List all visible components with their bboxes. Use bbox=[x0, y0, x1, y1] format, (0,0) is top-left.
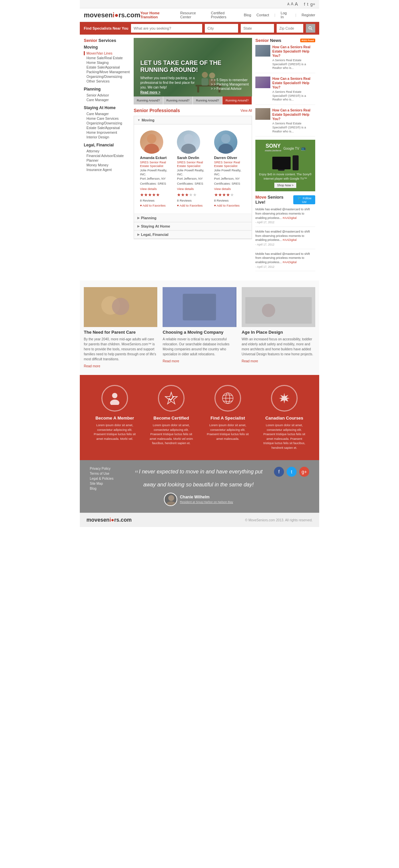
nav-certified-providers[interactable]: Certified Providers bbox=[211, 11, 238, 19]
article-3-read-more[interactable]: Read more bbox=[242, 359, 258, 363]
cta-canada-body: Lorem ipsum dolor sit amet, consectetur … bbox=[261, 423, 307, 450]
twitter-follow-btn[interactable]: 🐦 Follow Us! bbox=[293, 195, 315, 204]
news-title-1[interactable]: How Can a Seniors Real Estate Specialist… bbox=[272, 45, 315, 58]
article-1-read-more[interactable]: Read more bbox=[84, 364, 100, 368]
footer-person-place[interactable]: Resident at Snug Harbor on Nelson Bay bbox=[180, 500, 233, 504]
category-legal[interactable]: Legal, Financial bbox=[134, 230, 252, 239]
cta-specialist-icon[interactable] bbox=[214, 385, 241, 411]
nav-blog[interactable]: Blog bbox=[244, 13, 251, 17]
sidebar-item-care-manager-home[interactable]: Care Manager bbox=[84, 112, 130, 116]
footer-link-terms[interactable]: Terms of Use bbox=[90, 472, 123, 475]
nav-resource-center[interactable]: Resource Center bbox=[180, 11, 205, 19]
category-planning[interactable]: Planning bbox=[134, 214, 252, 222]
sidebar-item-home-staging[interactable]: Home Staging bbox=[84, 61, 130, 65]
sidebar-item-home-improvement[interactable]: Home Improvement bbox=[84, 130, 130, 134]
professionals-title: Senior Professionals bbox=[134, 108, 180, 113]
news-title-rest: News bbox=[269, 38, 281, 43]
googleplus-link-top[interactable]: g+ bbox=[310, 2, 315, 7]
sidebar-item-estate-sale[interactable]: Estate Sale/Appraisal bbox=[84, 65, 130, 69]
search-state-input[interactable] bbox=[241, 24, 274, 33]
sidebar-item-interior-design[interactable]: Interior Design bbox=[84, 135, 130, 139]
news-text-2: How Can a Seniors Real Estate Specialist… bbox=[272, 76, 315, 102]
cta-specialist-title: Find A Specialist bbox=[204, 415, 251, 421]
hero-nav-btn-3[interactable]: Running Around? bbox=[193, 96, 223, 104]
ad-brand: SONY make.believe bbox=[265, 143, 281, 152]
hero-nav-btn-1[interactable]: Running Around? bbox=[134, 96, 163, 104]
footer-copyright: © MoveSeniors.com 2013. All rights reser… bbox=[245, 518, 312, 522]
search-button[interactable] bbox=[306, 24, 315, 33]
sidebar-item-money-money[interactable]: Money Money bbox=[84, 163, 130, 167]
search-city-input[interactable] bbox=[205, 24, 238, 33]
sidebar-item-home-care[interactable]: Home Care Services bbox=[84, 117, 130, 120]
category-staying[interactable]: Staying At Home bbox=[134, 222, 252, 230]
search-what-input[interactable] bbox=[131, 24, 202, 33]
font-size-small[interactable]: A bbox=[287, 2, 290, 6]
prof-view-details-sarah[interactable]: View details bbox=[177, 187, 194, 191]
font-size-medium[interactable]: A bbox=[291, 2, 294, 6]
news-title-3[interactable]: How Can a Seniors Real Estate Specialist… bbox=[272, 108, 315, 121]
sidebar-item-home-sale[interactable]: Home Sale/Real Estate bbox=[84, 56, 130, 60]
sidebar-item-other[interactable]: Other Services bbox=[84, 79, 130, 83]
font-size-controls[interactable]: A A A bbox=[287, 1, 298, 7]
twitter-link-top[interactable]: t bbox=[307, 2, 308, 7]
footer-person: Chanie Wilhelm Resident at Snug Harbor o… bbox=[130, 493, 267, 506]
category-moving[interactable]: Moving bbox=[134, 116, 252, 124]
prof-add-fav-darren[interactable]: Add to Favorites bbox=[214, 204, 240, 207]
footer-person-place-text: Snug Harbor on Nelson Bay bbox=[196, 500, 233, 504]
footer-twitter-link[interactable]: t bbox=[287, 467, 297, 477]
hero-nav-btn-2[interactable]: Running Around? bbox=[163, 96, 193, 104]
footer-googleplus-link[interactable]: g+ bbox=[299, 467, 309, 477]
tweet-1-date-text: April 17, 2012 bbox=[257, 221, 274, 224]
news-thumb-1 bbox=[255, 45, 270, 57]
rss-badge[interactable]: RSS Feed bbox=[300, 39, 315, 42]
hero-nav-btn-4[interactable]: Running Around? bbox=[223, 96, 252, 104]
sidebar-item-insurance[interactable]: Insurance Agent bbox=[84, 168, 130, 172]
sidebar-item-estate2[interactable]: Estate Sale/Appraisal bbox=[84, 126, 130, 130]
logo[interactable]: moveseni●rs.com bbox=[84, 11, 140, 19]
font-size-large[interactable]: A bbox=[295, 1, 298, 7]
footer-facebook-link[interactable]: f bbox=[274, 467, 284, 477]
sidebar-item-care-manager-planning[interactable]: Care Manager bbox=[84, 98, 130, 102]
sidebar-item-packing[interactable]: Packing/Move Management bbox=[84, 70, 130, 74]
article-2-title: Choosing a Moving Company bbox=[163, 330, 236, 335]
search-zip-input[interactable] bbox=[277, 24, 303, 33]
sidebar-item-organizing[interactable]: Organizing/Downsizing bbox=[84, 74, 130, 79]
nav-login[interactable]: Log In bbox=[280, 11, 290, 19]
ad-shop-btn[interactable]: Shop Now > bbox=[274, 183, 296, 188]
nav-register[interactable]: Register bbox=[302, 13, 315, 17]
prof-company-sarah: Jolie Powell Realty, INC.Port Jefferson,… bbox=[177, 168, 208, 181]
article-2-read-more[interactable]: Read more bbox=[163, 359, 179, 363]
ad-speaker-device bbox=[293, 155, 299, 170]
sidebar-item-planner[interactable]: Planner bbox=[84, 158, 130, 162]
news-title-2[interactable]: How Can a Seniors Real Estate Specialist… bbox=[272, 76, 315, 90]
sidebar-section-staying: Staying At Home Care Manager Home Care S… bbox=[84, 105, 130, 140]
prof-view-details-darren[interactable]: View details bbox=[214, 187, 231, 191]
footer-link-privacy[interactable]: Privacy Policy bbox=[90, 467, 123, 470]
sidebar-item-organizing2[interactable]: Organizing/Downsizing bbox=[84, 121, 130, 125]
prof-view-details-amanda[interactable]: View details bbox=[140, 187, 157, 191]
footer-link-sitemap[interactable]: Site Map bbox=[90, 482, 123, 486]
ad-google-tv-text: Google TV bbox=[283, 147, 299, 150]
cta-canada-icon[interactable] bbox=[271, 385, 298, 411]
footer-link-blog[interactable]: Blog bbox=[90, 487, 123, 490]
sidebar-item-senior-advisor[interactable]: Senior Advisor bbox=[84, 93, 130, 97]
cta-member: Become A Member Lorem ipsum dolor sit am… bbox=[92, 385, 138, 450]
prof-add-fav-amanda[interactable]: Add to Favorites bbox=[140, 204, 166, 207]
professionals-view-all[interactable]: View All bbox=[240, 109, 252, 113]
cta-member-icon[interactable] bbox=[101, 385, 128, 411]
tweet-3-date: - April 17, 2012 bbox=[255, 265, 315, 269]
nav-home-transition[interactable]: Your Home Transition bbox=[140, 11, 175, 19]
hero-read-more[interactable]: Read more > bbox=[140, 91, 160, 94]
cta-certified-icon[interactable] bbox=[158, 385, 185, 411]
nav-contact[interactable]: Contact bbox=[256, 13, 269, 17]
sidebar-item-attorney[interactable]: Attorney bbox=[84, 149, 130, 153]
sidebar-item-financial-advisor[interactable]: Financial Advisor/Estate bbox=[84, 154, 130, 158]
sidebar-section-planning: Planning Senior Advisor Care Manager bbox=[84, 87, 130, 102]
news-body-3: A Seniors Real Estate Specialist® (SRES®… bbox=[272, 122, 315, 133]
sidebar-item-mover-van[interactable]: Mover/Van Lines bbox=[84, 51, 130, 55]
facebook-link-top[interactable]: f bbox=[304, 2, 305, 7]
prof-add-fav-sarah[interactable]: Add to Favorites bbox=[177, 204, 202, 207]
footer-link-legal[interactable]: Legal & Policies bbox=[90, 477, 123, 480]
svg-rect-19 bbox=[183, 294, 216, 320]
prof-title-darren: SRES Senior Real Estate Specialist bbox=[214, 160, 246, 168]
